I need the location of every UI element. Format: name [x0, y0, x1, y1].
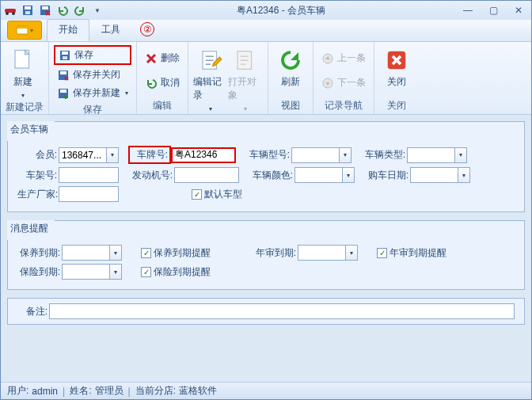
status-user-val: admin — [32, 386, 58, 397]
close-button[interactable]: ✕ — [509, 5, 528, 16]
maximize-button[interactable]: ▢ — [484, 5, 503, 16]
statusbar: 用户: admin | 姓名: 管理员 | 当前分店: 蓝格软件 — [1, 382, 531, 399]
type-combo[interactable]: ▾ — [407, 147, 467, 163]
qa-dropdown-icon[interactable]: ▼ — [91, 4, 104, 17]
close-record-button[interactable]: 关闭 — [379, 44, 414, 97]
type-input[interactable] — [407, 147, 454, 163]
save-new-button[interactable]: 保存并新建▾ — [54, 85, 131, 101]
refresh-button[interactable]: 刷新 — [273, 44, 308, 97]
app-icon — [4, 4, 17, 17]
qa-saveclose-icon[interactable] — [39, 4, 51, 17]
chevron-down-icon[interactable]: ▾ — [342, 167, 355, 183]
remark-input[interactable] — [49, 303, 515, 319]
remark-label: 备注: — [17, 303, 49, 318]
color-label: 车辆颜色: — [249, 169, 294, 182]
up-arrow-icon — [321, 52, 334, 65]
model-input[interactable] — [291, 147, 339, 163]
window-title: 粤A12346 - 会员车辆 — [104, 4, 458, 17]
insure-combo[interactable]: ▾ — [62, 264, 122, 280]
audit-combo[interactable]: ▾ — [298, 245, 358, 261]
tab-start[interactable]: 开始 — [47, 19, 89, 41]
save-close-icon — [57, 69, 70, 82]
chevron-down-icon[interactable]: ▾ — [345, 245, 358, 261]
member-input[interactable] — [59, 147, 106, 163]
chevron-down-icon[interactable]: ▾ — [454, 147, 467, 163]
panel-remark: 备注: — [7, 298, 525, 325]
new-icon — [11, 48, 35, 72]
svg-rect-5 — [25, 11, 30, 14]
group-label-edit: 编辑 — [142, 97, 183, 114]
prev-record-button[interactable]: 上一条 — [318, 50, 369, 67]
save-button[interactable]: 保存 — [54, 45, 131, 65]
app-menu-button[interactable]: ▾ — [7, 21, 42, 40]
status-branch-key: 当前分店: — [135, 384, 176, 398]
delete-button[interactable]: 删除 — [142, 50, 183, 67]
chevron-down-icon[interactable]: ▾ — [106, 147, 119, 163]
maker-label: 生产厂家: — [17, 188, 59, 201]
chevron-down-icon[interactable]: ▾ — [109, 245, 122, 261]
qa-save-icon[interactable] — [21, 4, 34, 17]
delete-icon — [145, 52, 158, 65]
group-label-close: 关闭 — [379, 97, 414, 114]
svg-rect-9 — [17, 26, 28, 29]
buydate-input[interactable] — [410, 167, 458, 183]
save-close-button[interactable]: 保存并关闭 — [54, 67, 131, 83]
status-branch-val: 蓝格软件 — [179, 384, 217, 398]
refresh-icon — [279, 48, 302, 72]
ribbon: 新建 ▾ 新建记录 保存 保存并关闭 — [1, 42, 531, 115]
buydate-combo[interactable]: ▾ — [410, 167, 470, 183]
save-icon — [59, 49, 71, 62]
tab-tools[interactable]: 工具 — [89, 19, 132, 41]
panel-vehicle-title: 会员车辆 — [7, 121, 55, 141]
member-combo[interactable]: ▾ — [59, 147, 119, 163]
color-combo[interactable]: ▾ — [294, 167, 355, 183]
svg-point-2 — [12, 12, 15, 15]
insure-input[interactable] — [62, 264, 109, 280]
maint-combo[interactable]: ▾ — [62, 245, 122, 261]
default-model-checkbox[interactable]: ✓默认车型 — [192, 188, 242, 201]
group-label-view: 视图 — [273, 97, 308, 114]
member-label: 会员: — [17, 148, 59, 162]
qa-undo-icon[interactable] — [56, 4, 69, 17]
plate-input[interactable] — [171, 147, 236, 163]
next-record-button[interactable]: 下一条 — [318, 74, 369, 91]
insure-label: 保险到期: — [17, 265, 62, 279]
edit-record-icon — [199, 48, 222, 72]
panel-reminder: 消息提醒 保养到期: ▾ ✓保养到期提醒 年审到期: ▾ ✓年审到期提醒 保险到… — [7, 220, 525, 290]
titlebar: ▼ 粤A12346 - 会员车辆 — ▢ ✕ — [1, 1, 531, 20]
color-input[interactable] — [294, 167, 342, 183]
new-button[interactable]: 新建 ▾ — [6, 44, 40, 99]
model-combo[interactable]: ▾ — [291, 147, 352, 163]
type-label: 车辆类型: — [361, 148, 407, 162]
qa-redo-icon[interactable] — [74, 4, 86, 17]
chevron-down-icon[interactable]: ▾ — [458, 167, 470, 183]
maker-input[interactable] — [59, 186, 119, 202]
maint-label: 保养到期: — [17, 246, 62, 260]
chevron-down-icon[interactable]: ▾ — [109, 264, 122, 280]
panel-vehicle: 会员车辆 会员: ▾ 车牌号: 车辆型号: ▾ 车辆类型: ▾ 车架号: — [7, 121, 525, 212]
open-object-icon — [234, 48, 257, 72]
vin-input[interactable] — [59, 167, 119, 183]
minimize-button[interactable]: — — [458, 5, 477, 16]
audit-input[interactable] — [298, 245, 345, 261]
status-name-key: 姓名: — [70, 384, 91, 398]
maint-checkbox[interactable]: ✓保养到期提醒 — [141, 246, 211, 260]
engine-label: 发动机号: — [128, 169, 174, 182]
svg-rect-13 — [63, 56, 67, 59]
cancel-button[interactable]: 取消 — [142, 74, 183, 91]
svg-rect-15 — [60, 71, 66, 74]
open-object-button[interactable]: 打开对象 ▾ — [228, 44, 263, 112]
engine-input[interactable] — [174, 167, 239, 183]
status-name-val: 管理员 — [95, 384, 124, 398]
chevron-down-icon[interactable]: ▾ — [339, 147, 352, 163]
menubar: ▾ 开始 工具 ② — [1, 20, 531, 42]
audit-checkbox[interactable]: ✓年审到期提醒 — [377, 246, 446, 260]
status-user-key: 用户: — [7, 384, 28, 398]
svg-rect-7 — [42, 6, 48, 10]
insure-checkbox[interactable]: ✓保险到期提醒 — [141, 265, 211, 279]
svg-rect-12 — [62, 51, 68, 55]
save-new-icon — [57, 87, 70, 100]
edit-record-button[interactable]: 编辑记录 ▾ — [193, 44, 228, 112]
maint-input[interactable] — [62, 245, 109, 261]
plate-label: 车牌号: — [128, 146, 171, 164]
